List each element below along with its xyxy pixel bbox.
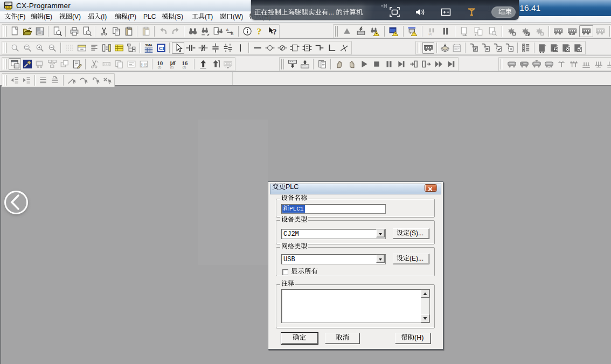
- svg-text:(V): (V): [72, 13, 81, 20]
- svg-text:PLC: PLC: [286, 183, 298, 191]
- svg-text:(T): (T): [205, 13, 213, 20]
- svg-text:(W): (W): [233, 13, 243, 20]
- svg-text:PLC: PLC: [143, 13, 156, 20]
- svg-text:(I): (I): [101, 13, 107, 20]
- svg-text:(S): (S): [175, 13, 183, 20]
- svg-text:(H): (H): [414, 334, 423, 341]
- svg-text:(P): (P): [128, 13, 136, 20]
- svg-text:(F): (F): [17, 13, 25, 20]
- svg-text:(S)...: (S)...: [409, 229, 423, 237]
- svg-text:(E): (E): [44, 13, 52, 20]
- svg-text:PLC1: PLC1: [289, 206, 304, 212]
- svg-text:(E)...: (E)...: [409, 255, 423, 262]
- svg-text:...: ...: [329, 9, 334, 16]
